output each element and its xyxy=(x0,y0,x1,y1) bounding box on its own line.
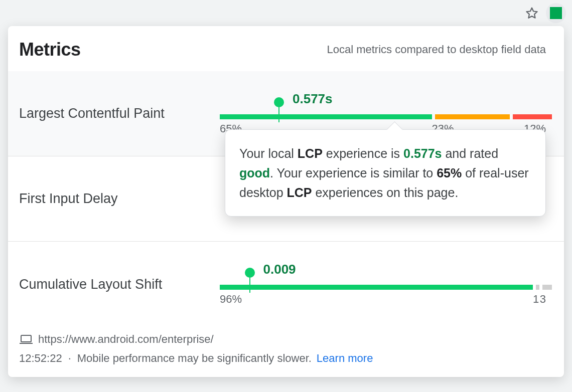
laptop-icon xyxy=(19,334,33,344)
panel-header: Metrics Local metrics compared to deskto… xyxy=(8,26,564,71)
metric-name: First Input Delay xyxy=(19,191,220,207)
footer-note-line: 12:52:22 · Mobile performance may be sig… xyxy=(19,349,553,368)
learn-more-link[interactable]: Learn more xyxy=(317,352,373,365)
footer-url-line: https://www.android.com/enterprise/ xyxy=(19,330,553,349)
value-marker xyxy=(249,276,250,293)
footer-url: https://www.android.com/enterprise/ xyxy=(38,333,214,346)
panel-subtitle: Local metrics compared to desktop field … xyxy=(327,43,546,56)
segment-gray xyxy=(536,285,539,290)
metric-value: 0.009 xyxy=(263,262,296,277)
svg-rect-0 xyxy=(21,335,31,342)
value-marker xyxy=(278,105,279,122)
distribution-track xyxy=(220,285,546,290)
metric-value: 0.577s xyxy=(293,91,333,107)
bookmark-star-icon[interactable] xyxy=(525,6,539,20)
segment-good xyxy=(220,114,432,119)
metric-name: Largest Contentful Paint xyxy=(19,106,220,121)
metric-row-2[interactable]: Cumulative Layout Shift96%130.009 xyxy=(8,242,564,327)
footer-time: 12:52:22 xyxy=(19,352,62,365)
metric-tooltip: Your local LCP experience is 0.577s and … xyxy=(225,129,546,217)
metric-distribution-chart: 96%130.009 xyxy=(220,262,546,307)
segment-good xyxy=(220,285,533,290)
footer-note: Mobile performance may be significantly … xyxy=(77,352,312,365)
profile-avatar[interactable] xyxy=(546,3,566,23)
panel-footer: https://www.android.com/enterprise/ 12:5… xyxy=(8,327,564,373)
segment-label: 3 xyxy=(540,293,546,306)
metric-name: Cumulative Layout Shift xyxy=(19,277,220,292)
tooltip-text: Your local LCP experience is 0.577s and … xyxy=(239,146,529,200)
distribution-track xyxy=(220,114,546,119)
browser-toolbar xyxy=(0,0,572,26)
segment-label: 96% xyxy=(220,293,242,306)
panel-title: Metrics xyxy=(19,39,81,60)
segment-label: 1 xyxy=(533,293,539,306)
segment-gray xyxy=(542,285,552,290)
segment-bad xyxy=(513,114,552,119)
separator-dot: · xyxy=(67,352,72,365)
segment-warn xyxy=(435,114,510,119)
